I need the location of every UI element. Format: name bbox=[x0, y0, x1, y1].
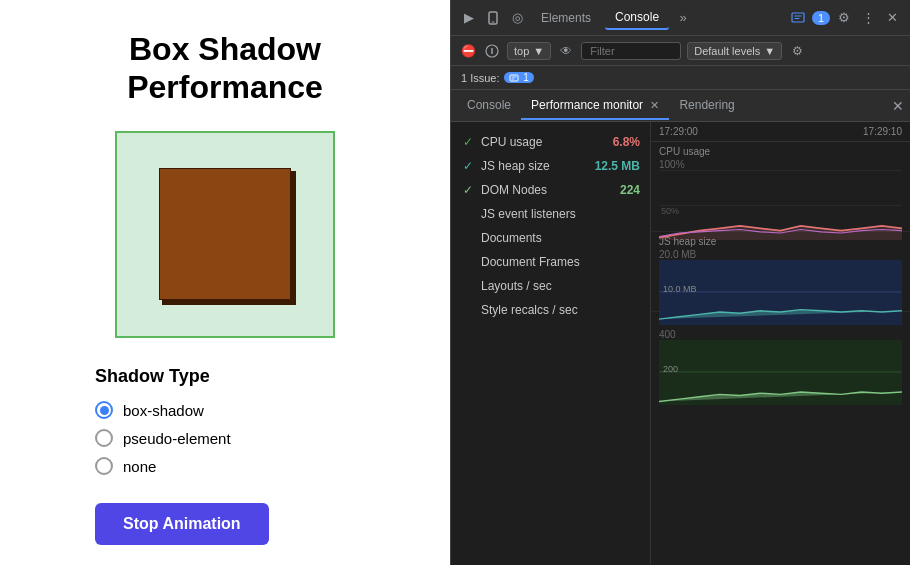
metric-docs-name: Documents bbox=[481, 231, 542, 245]
cpu-chart-label: CPU usage bbox=[659, 146, 902, 157]
perf-charts: 17:29:00 17:29:10 CPU usage 100% 50% bbox=[651, 122, 910, 565]
metric-event-name: JS event listeners bbox=[481, 207, 576, 221]
radio-circle-box-shadow bbox=[95, 401, 113, 419]
metric-style-name: Style recalcs / sec bbox=[481, 303, 578, 317]
devtools-secondbar: ⛔ top ▼ 👁 Default levels ▼ ⚙ bbox=[451, 36, 910, 66]
chart-timestamps: 17:29:00 17:29:10 bbox=[651, 122, 910, 142]
perf-monitor: ✓ CPU usage 6.8% ✓ JS heap size 12.5 MB … bbox=[451, 122, 910, 565]
check-cpu: ✓ bbox=[461, 135, 475, 149]
metric-frames-name: Document Frames bbox=[481, 255, 580, 269]
svg-rect-1 bbox=[492, 21, 495, 22]
devtools-tabbar: Console Performance monitor ✕ Rendering … bbox=[451, 90, 910, 122]
feedback-badge: 1 bbox=[812, 11, 830, 25]
animated-box bbox=[160, 169, 290, 299]
top-dropdown[interactable]: top ▼ bbox=[507, 42, 551, 60]
radio-label-box-shadow: box-shadow bbox=[123, 402, 204, 419]
close-icon[interactable]: ✕ bbox=[882, 8, 902, 28]
heap-chart-section: JS heap size 20.0 MB 10.0 MB bbox=[651, 232, 910, 312]
feedback-icon[interactable] bbox=[788, 8, 808, 28]
check-doc-frames: ✓ bbox=[461, 255, 475, 269]
dom-svg bbox=[659, 340, 902, 405]
tab-elements[interactable]: Elements bbox=[531, 7, 601, 29]
shadow-type-section: Shadow Type box-shadow pseudo-element no… bbox=[75, 366, 375, 545]
perf-metrics-list: ✓ CPU usage 6.8% ✓ JS heap size 12.5 MB … bbox=[451, 122, 651, 565]
svg-rect-2 bbox=[792, 13, 804, 22]
mobile-icon[interactable] bbox=[483, 8, 503, 28]
more-options-icon[interactable]: ⋮ bbox=[858, 8, 878, 28]
radio-label-pseudo: pseudo-element bbox=[123, 430, 231, 447]
cpu-chart-section: CPU usage 100% 50% bbox=[651, 142, 910, 232]
tab-panel-rendering[interactable]: Rendering bbox=[669, 92, 744, 120]
metric-event-listeners[interactable]: ✓ JS event listeners bbox=[451, 202, 650, 226]
block-icon[interactable]: ◎ bbox=[507, 8, 527, 28]
heap-size-label: 20.0 MB bbox=[659, 249, 902, 260]
metric-heap[interactable]: ✓ JS heap size 12.5 MB bbox=[451, 154, 650, 178]
radio-box-shadow[interactable]: box-shadow bbox=[95, 401, 375, 419]
metric-dom-name: DOM Nodes bbox=[481, 183, 547, 197]
heap-10mb-label: 10.0 MB bbox=[663, 284, 697, 294]
metric-documents[interactable]: ✓ Documents bbox=[451, 226, 650, 250]
levels-dropdown[interactable]: Default levels ▼ bbox=[687, 42, 782, 60]
stop-animation-button[interactable]: Stop Animation bbox=[95, 503, 269, 545]
cpu-chart-area: 50% bbox=[659, 170, 902, 240]
dom-200-label: 200 bbox=[663, 364, 678, 374]
check-event-listeners: ✓ bbox=[461, 207, 475, 221]
dom-400-label: 400 bbox=[659, 329, 902, 340]
check-style-recalcs: ✓ bbox=[461, 303, 475, 317]
devtools-thirdbar: 1 Issue: 1 bbox=[451, 66, 910, 90]
metric-layouts[interactable]: ✓ Layouts / sec bbox=[451, 274, 650, 298]
timestamp-2: 17:29:10 bbox=[863, 126, 902, 137]
cpu-100-label: 100% bbox=[659, 159, 902, 170]
metric-cpu-value: 6.8% bbox=[613, 135, 640, 149]
filter-input[interactable] bbox=[581, 42, 681, 60]
check-layouts: ✓ bbox=[461, 279, 475, 293]
more-tabs-icon[interactable]: » bbox=[673, 8, 693, 28]
radio-none[interactable]: none bbox=[95, 457, 375, 475]
cpu-svg bbox=[659, 170, 902, 240]
tab-console[interactable]: Console bbox=[605, 6, 669, 30]
left-panel: Box Shadow Performance Shadow Type box-s… bbox=[0, 0, 450, 565]
metric-cpu-name: CPU usage bbox=[481, 135, 542, 149]
metric-heap-name: JS heap size bbox=[481, 159, 550, 173]
metric-dom-value: 224 bbox=[620, 183, 640, 197]
cursor-icon[interactable]: ▶ bbox=[459, 8, 479, 28]
settings-icon-2[interactable]: ⚙ bbox=[788, 42, 806, 60]
metric-style-recalcs[interactable]: ✓ Style recalcs / sec bbox=[451, 298, 650, 322]
shadow-type-label: Shadow Type bbox=[95, 366, 375, 387]
stop-icon[interactable] bbox=[483, 42, 501, 60]
issues-badge: 1 bbox=[504, 72, 534, 83]
radio-circle-none bbox=[95, 457, 113, 475]
metric-doc-frames[interactable]: ✓ Document Frames bbox=[451, 250, 650, 274]
check-documents: ✓ bbox=[461, 231, 475, 245]
timestamp-1: 17:29:00 bbox=[659, 126, 698, 137]
check-dom: ✓ bbox=[461, 183, 475, 197]
radio-label-none: none bbox=[123, 458, 156, 475]
issues-label: 1 Issue: bbox=[461, 72, 500, 84]
radio-pseudo-element[interactable]: pseudo-element bbox=[95, 429, 375, 447]
metric-heap-value: 12.5 MB bbox=[595, 159, 640, 173]
devtools-topbar: ▶ ◎ Elements Console » 1 ⚙ ⋮ ✕ bbox=[451, 0, 910, 36]
metric-cpu[interactable]: ✓ CPU usage 6.8% bbox=[451, 130, 650, 154]
devtools-panel: ▶ ◎ Elements Console » 1 ⚙ ⋮ ✕ ⛔ bbox=[450, 0, 910, 565]
tab-panel-console[interactable]: Console bbox=[457, 92, 521, 120]
shadow-box-container bbox=[115, 131, 335, 338]
heap-chart-area: 10.0 MB bbox=[659, 260, 902, 325]
page-title: Box Shadow Performance bbox=[127, 30, 323, 107]
dom-chart-area: 200 bbox=[659, 340, 902, 405]
metric-dom[interactable]: ✓ DOM Nodes 224 bbox=[451, 178, 650, 202]
radio-circle-pseudo bbox=[95, 429, 113, 447]
check-heap: ✓ bbox=[461, 159, 475, 173]
eye-icon[interactable]: 👁 bbox=[557, 42, 575, 60]
radio-group: box-shadow pseudo-element none bbox=[95, 401, 375, 475]
clear-icon[interactable]: ⛔ bbox=[459, 42, 477, 60]
settings-icon[interactable]: ⚙ bbox=[834, 8, 854, 28]
close-perf-tab[interactable]: ✕ bbox=[650, 99, 659, 111]
metric-layouts-name: Layouts / sec bbox=[481, 279, 552, 293]
svg-rect-5 bbox=[510, 75, 518, 81]
tab-panel-performance[interactable]: Performance monitor ✕ bbox=[521, 92, 669, 120]
close-panel-button[interactable]: ✕ bbox=[892, 98, 904, 114]
